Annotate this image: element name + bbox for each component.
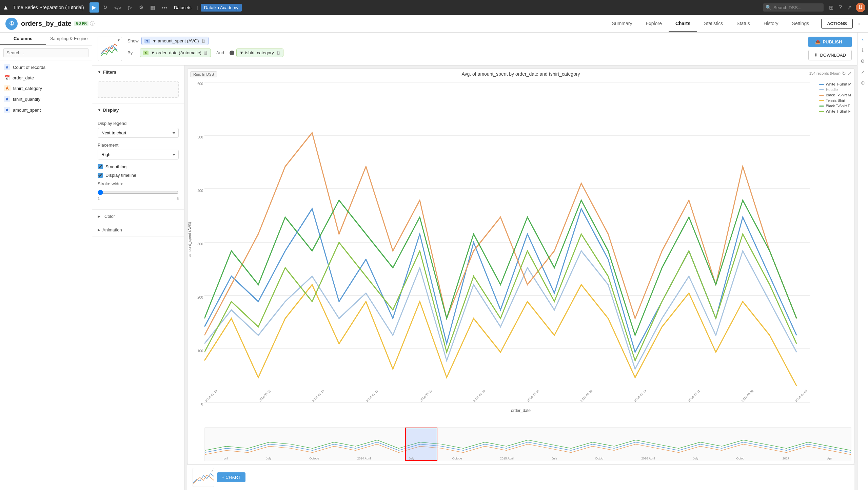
right-share-icon[interactable]: ↗ [859,68,867,76]
tab-status[interactable]: Status [730,16,757,32]
y-tick-500: 500 [197,135,203,139]
by-row: By X ▼ order_date (Automatic) 🗑 And ▼ ts… [127,49,803,57]
column-amount-spent[interactable]: # amount_spent [0,105,92,115]
right-settings-icon[interactable]: ⚙ [859,57,867,65]
right-info-icon[interactable]: ℹ [859,46,867,54]
tab-summary[interactable]: Summary [605,16,639,32]
column-name: tshirt_quantity [13,97,40,102]
tab-charts[interactable]: Charts [669,16,697,32]
stroke-range: 1 5 [98,196,179,201]
right-collapse-icon[interactable]: ‹ [859,35,867,43]
stroke-label: Stroke width: [98,181,179,186]
legend-color-black-m [819,95,824,96]
color-section[interactable]: ▶ Color [92,210,184,223]
legend-color-tennis [819,100,824,101]
thumb-delete-icon[interactable]: × [211,469,213,473]
toolbar-grid-btn[interactable]: ▦ [147,2,158,13]
legend-row: Display legend Next to chart Inside char… [98,121,179,138]
smoothing-row[interactable]: Smoothing [98,164,179,169]
search-icon: 🔍 [766,5,771,10]
column-tshirt-quantity[interactable]: # tshirt_quantity [0,94,92,105]
x-axis-selector[interactable]: X ▼ order_date (Automatic) 🗑 [140,49,211,57]
hash-icon: # [4,96,10,102]
column-count[interactable]: # Count of records [0,62,92,73]
chart-type-selector[interactable]: ▼ [98,37,122,61]
tab-settings[interactable]: Settings [785,16,816,32]
column-name: Count of records [13,65,45,70]
chart-expand-btn[interactable]: ⤢ [847,71,851,76]
tab-sampling[interactable]: Sampling & Engine [46,33,92,45]
legend-color-hoodie [819,89,824,90]
toolbar-refresh-btn[interactable]: ↻ [100,2,110,13]
toolbar-more-btn[interactable]: ••• [159,3,170,13]
body-row: ▼ Filters ▼ Display Display le [92,65,857,490]
y-delete-icon[interactable]: 🗑 [201,38,205,43]
dataiku-academy-btn[interactable]: Dataiku Academy [201,4,242,12]
axis-config: Show Y ▼ amount_spent (AVG) 🗑 By X ▼ ord… [127,37,803,57]
x-axis-label: order_date [511,408,531,413]
timeline-area[interactable]: pril July Octobe 2014 April July Octobe … [204,427,851,461]
legend-item-black-m: Black T-Shirt M [819,93,851,97]
column-tshirt-category[interactable]: A tshirt_category [0,83,92,94]
stroke-slider[interactable] [98,190,179,195]
add-chart-button[interactable]: + CHART [217,472,245,482]
right-sidebar: ‹ ℹ ⚙ ↗ ⊕ [857,33,868,490]
x-delete-icon[interactable]: 🗑 [203,50,208,55]
chevron-down-icon: ▼ [98,70,101,74]
filter-drop-zone[interactable] [98,81,179,98]
toolbar-flow-btn[interactable]: ▶ [90,2,99,13]
toolbar-code-btn[interactable]: </> [112,3,124,13]
collapse-sidebar-btn[interactable]: › [855,19,863,28]
legend-select[interactable]: Next to chart Inside chart Below chart N… [98,128,179,138]
chart-thumbnail-1[interactable]: × [193,468,214,487]
right-extra-icon[interactable]: ⊕ [859,79,867,87]
color-label: Color [104,214,115,219]
display-header[interactable]: ▼ Display [92,103,184,117]
notifications-icon[interactable]: ↗ [846,3,853,12]
datasets-label[interactable]: Datasets [174,5,191,10]
tab-statistics[interactable]: Statistics [697,16,730,32]
column-order-date[interactable]: 📅 order_date [0,73,92,83]
download-button[interactable]: ⬇ DOWNLOAD [808,50,852,60]
help-icon[interactable]: ? [837,3,843,12]
tab-history[interactable]: History [757,16,785,32]
dataset-info-icon[interactable]: ⓘ [90,21,95,27]
stroke-min: 1 [98,196,100,201]
toolbar-stack-btn[interactable]: ⚙ [136,2,146,13]
tl-label-1: pril [224,457,228,460]
apps-icon[interactable]: ⊞ [828,3,835,12]
search-input[interactable] [773,5,821,10]
timeline-row[interactable]: Display timeline [98,173,179,178]
y-tag: Y [144,39,150,43]
color-delete-icon[interactable]: 🗑 [276,50,280,55]
hash-icon: # [4,107,10,113]
y-tick-300: 300 [197,242,203,246]
chart-refresh-btn[interactable]: ↻ [842,71,846,76]
tab-columns[interactable]: Columns [0,33,46,45]
tab-explore[interactable]: Explore [639,16,668,32]
date-icon: 📅 [4,75,10,80]
timeline-checkbox[interactable] [98,173,103,178]
y-tick-400: 400 [197,189,203,193]
y-tick-200: 200 [197,296,203,299]
toolbar-run-btn[interactable]: ▷ [125,2,135,13]
placement-select[interactable]: Right Left Top Bottom [98,150,179,159]
timeline-label: Display timeline [105,173,136,178]
tl-label-13: 2017 [783,457,789,460]
show-row: Show Y ▼ amount_spent (AVG) 🗑 [127,37,803,45]
x-axis-dates: 2014-07-10 2014-07-12 2014-07-15 2014-07… [204,399,810,403]
sidebar-tab-bar: Columns Sampling & Engine [0,33,92,45]
filters-header[interactable]: ▼ Filters [92,65,184,79]
y-axis-label: amount_spent (AVG) [188,222,192,257]
y-axis-selector[interactable]: Y ▼ amount_spent (AVG) 🗑 [141,37,209,45]
chart-type-dropdown-icon: ▼ [117,38,120,42]
user-avatar[interactable]: U [856,3,865,12]
publish-button[interactable]: 📤 PUBLISH [808,37,852,47]
smoothing-checkbox[interactable] [98,164,103,169]
column-search-input[interactable] [3,48,88,57]
color-axis-selector[interactable]: ▼ tshirt_category 🗑 [236,49,283,57]
actions-button[interactable]: ACTIONS [821,19,853,29]
animation-section[interactable]: ▶ Animation [92,223,184,237]
columns-list: # Count of records 📅 order_date A tshirt… [0,60,92,490]
nav-tabs: Summary Explore Charts Statistics Status… [605,16,816,32]
